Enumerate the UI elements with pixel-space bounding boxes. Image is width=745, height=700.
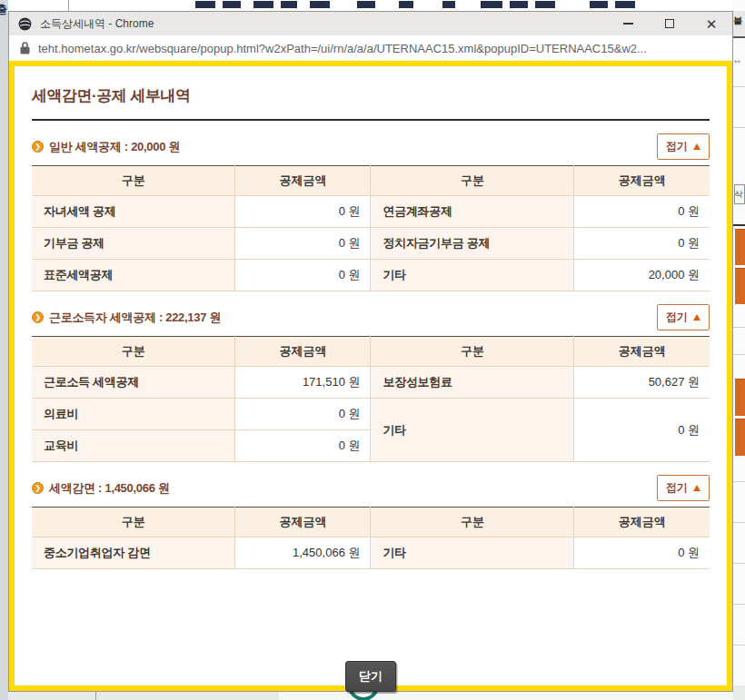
site-favicon-icon xyxy=(18,17,32,31)
window-title: 소득상세내역 - Chrome xyxy=(40,16,154,32)
address-bar[interactable]: teht.hometax.go.kr/websquare/popup.html?… xyxy=(9,35,732,61)
section-earned-income-tax-credit: ❯ 근로소득자 세액공제 : 222,137 원 접기 구분공제금액구분공제금액… xyxy=(32,305,710,462)
section-bullet-icon: ❯ xyxy=(32,141,44,153)
close-button[interactable]: 닫기 xyxy=(345,661,396,692)
background-text-fragment xyxy=(535,1,555,8)
background-orange-button xyxy=(735,229,745,265)
amount-cell: 0 원 xyxy=(235,260,371,291)
window-controls: ✕ xyxy=(607,12,732,35)
background-page-top-edge xyxy=(8,0,733,11)
page-title: 세액감면·공제 세부내역 xyxy=(32,85,710,106)
row-label-cell: 연금계좌공제 xyxy=(371,196,574,228)
column-header: 구분 xyxy=(371,337,574,367)
triangle-up-icon xyxy=(693,314,700,320)
background-small-button: 삭 xyxy=(734,184,745,204)
background-row-line xyxy=(733,327,745,328)
deduction-table: 구분공제금액구분공제금액자녀세액 공제0 원연금계좌공제0 원기부금 공제0 원… xyxy=(32,165,710,291)
row-label-cell: 기타 xyxy=(371,537,574,569)
section-bullet-icon: ❯ xyxy=(32,311,44,323)
amount-cell: 50,627 원 xyxy=(574,367,710,399)
column-header: 구분 xyxy=(32,508,235,537)
background-row-line xyxy=(733,604,745,605)
section-heading-text: 세액감면 : 1,450,066 원 xyxy=(49,480,170,497)
column-header: 구분 xyxy=(32,337,235,367)
table-row: 기부금 공제0 원정치자금기부금 공제0 원 xyxy=(32,228,710,260)
column-header: 구분 xyxy=(32,166,235,196)
column-header: 구분 xyxy=(371,166,574,196)
collapse-button[interactable]: 접기 xyxy=(657,304,710,330)
background-row-line xyxy=(733,522,745,523)
column-header: 공제금액 xyxy=(235,337,371,367)
page-url: teht.hometax.go.kr/websquare/popup.html?… xyxy=(38,42,647,55)
title-divider xyxy=(32,119,710,121)
background-text-fragment xyxy=(195,1,215,8)
background-row-line xyxy=(733,354,745,355)
background-masked-text: ** xyxy=(734,58,740,67)
background-row-line xyxy=(733,481,745,482)
background-text-fragment xyxy=(442,1,455,8)
deduction-table: 구분공제금액구분공제금액중소기업취업자 감면1,450,066 원기타0 원 xyxy=(32,507,710,569)
background-page-left-edge: 출 xyxy=(0,0,8,700)
section-heading: ❯ 세액감면 : 1,450,066 원 xyxy=(32,480,170,497)
background-row-line xyxy=(733,645,745,646)
amount-cell: 0 원 xyxy=(574,228,710,260)
popup-content: 세액감면·공제 세부내역 ❯ 일반 세액공제 : 20,000 원 접기 구분공… xyxy=(9,61,732,691)
background-text-fragment xyxy=(357,1,375,8)
background-page-right-edge: 블 ** 삭 xyxy=(733,0,745,700)
amount-cell: 0 원 xyxy=(235,430,371,462)
background-text-fragment xyxy=(281,1,297,8)
deduction-table: 구분공제금액구분공제금액근로소득 세액공제171,510 원보장성보험료50,6… xyxy=(32,336,710,462)
background-row-line xyxy=(733,563,745,564)
table-row: 자녀세액 공제0 원연금계좌공제0 원 xyxy=(32,196,710,228)
chrome-popup-window: 소득상세내역 - Chrome ✕ teht.hometax.go.kr/web… xyxy=(8,11,733,692)
background-cropped-text: 출 xyxy=(0,2,7,17)
window-close-button[interactable]: ✕ xyxy=(690,12,732,35)
section-heading-text: 일반 세액공제 : 20,000 원 xyxy=(49,139,180,155)
background-divider xyxy=(733,224,745,226)
background-panel xyxy=(279,692,733,700)
section-heading-text: 근로소득자 세액공제 : 222,137 원 xyxy=(49,310,221,326)
row-label-cell: 근로소득 세액공제 xyxy=(32,367,235,399)
amount-cell: 0 원 xyxy=(235,196,371,228)
row-label-cell: 보장성보험료 xyxy=(371,367,574,399)
amount-cell: 171,510 원 xyxy=(235,367,371,399)
window-titlebar: 소득상세내역 - Chrome ✕ xyxy=(9,12,732,35)
row-label-cell: 중소기업취업자 감면 xyxy=(32,537,235,569)
lock-icon xyxy=(20,42,30,54)
minimize-icon xyxy=(623,23,633,25)
section-general-tax-credit: ❯ 일반 세액공제 : 20,000 원 접기 구분공제금액구분공제금액자녀세액… xyxy=(32,134,710,291)
column-header: 공제금액 xyxy=(235,166,371,196)
background-text-fragment xyxy=(510,1,528,8)
triangle-up-icon xyxy=(693,485,700,491)
minimize-button[interactable] xyxy=(607,12,649,35)
background-divider xyxy=(95,692,96,700)
background-divider xyxy=(733,36,745,38)
row-label-cell: 교육비 xyxy=(32,430,235,462)
background-row-line xyxy=(733,127,745,128)
amount-cell: 0 원 xyxy=(235,228,371,260)
table-row: 중소기업취업자 감면1,450,066 원기타0 원 xyxy=(32,537,710,569)
section-bullet-icon: ❯ xyxy=(32,482,44,494)
background-orange-button xyxy=(735,379,745,416)
triangle-up-icon xyxy=(693,143,700,150)
amount-cell: 20,000 원 xyxy=(574,260,710,291)
row-label-cell: 기타 xyxy=(371,399,574,462)
collapse-button[interactable]: 접기 xyxy=(657,475,710,501)
background-text-fragment xyxy=(590,1,608,8)
background-divider xyxy=(68,0,69,11)
maximize-button[interactable] xyxy=(649,12,690,35)
background-text-fragment xyxy=(223,1,241,8)
section-tax-reduction: ❯ 세액감면 : 1,450,066 원 접기 구분공제금액구분공제금액중소기업… xyxy=(32,476,710,569)
column-header: 공제금액 xyxy=(574,508,710,537)
row-label-cell: 표준세액공제 xyxy=(32,260,235,291)
column-header: 공제금액 xyxy=(574,337,710,367)
background-row-line xyxy=(733,86,745,87)
table-row: 근로소득 세액공제171,510 원보장성보험료50,627 원 xyxy=(32,367,710,399)
background-orange-button xyxy=(735,419,745,456)
background-text-fragment xyxy=(615,1,635,8)
row-label-cell: 기부금 공제 xyxy=(32,228,235,260)
collapse-button[interactable]: 접기 xyxy=(657,133,710,160)
section-heading: ❯ 일반 세액공제 : 20,000 원 xyxy=(32,139,180,155)
column-header: 공제금액 xyxy=(235,508,371,537)
column-header: 구분 xyxy=(371,508,574,537)
